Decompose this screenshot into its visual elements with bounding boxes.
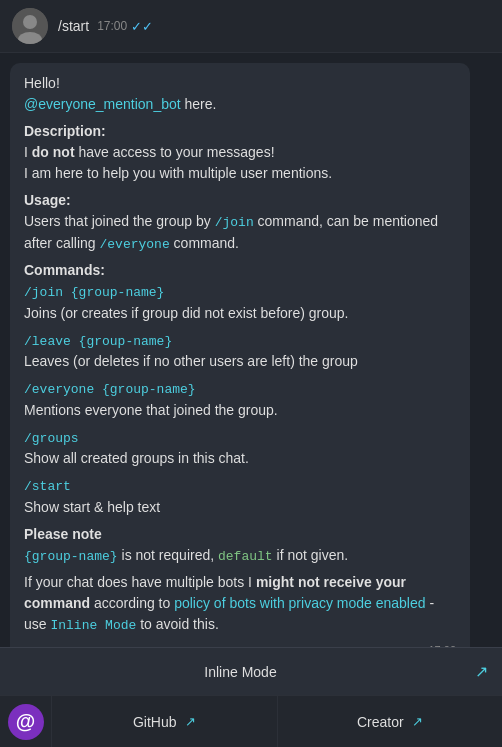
privacy-block: If your chat does have multiple bots I m… <box>24 572 456 636</box>
cmd4-desc: Show all created groups in this chat. <box>24 450 249 466</box>
cmd5-block: /start Show start & help text <box>24 475 456 518</box>
cmd4: /groups <box>24 431 79 446</box>
note-text: {group-name} is not required, default if… <box>24 547 348 563</box>
greeting-block: Hello! @everyone_mention_bot here. <box>24 73 456 115</box>
cmd5: /start <box>24 479 71 494</box>
note-text2: if not given. <box>273 547 349 563</box>
description-block: Description: I do not have access to you… <box>24 121 456 184</box>
header-time: 17:00 <box>97 19 127 33</box>
commands-title: Commands: <box>24 262 105 278</box>
note-block: Please note {group-name} is not required… <box>24 524 456 567</box>
double-check-icon: ✓✓ <box>131 19 153 34</box>
usage-text3: command. <box>170 235 239 251</box>
cmd5-desc: Show start & help text <box>24 499 160 515</box>
usage-text: Users that joined the group by /join com… <box>24 213 438 251</box>
mention-suffix: here. <box>181 96 217 112</box>
at-icon: @ <box>8 704 44 740</box>
github-arrow-icon: ↗ <box>185 714 196 729</box>
description-title: Description: <box>24 123 106 139</box>
cmd3-block: /everyone {group-name} Mentions everyone… <box>24 378 456 421</box>
desc-line1: I do not have access to your messages! <box>24 144 275 160</box>
note-code1: {group-name} <box>24 549 118 564</box>
note-title: Please note <box>24 526 102 542</box>
message-timestamp: 17:00 <box>24 642 456 648</box>
cmd4-block: /groups Show all created groups in this … <box>24 427 456 470</box>
cmd1-desc: Joins (or creates if group did not exist… <box>24 305 349 321</box>
desc-suffix: have access to your messages! <box>75 144 275 160</box>
cmd2-desc: Leaves (or deletes if no other users are… <box>24 353 358 369</box>
usage-code1: /join <box>215 215 254 230</box>
avatar <box>12 8 48 44</box>
privacy-code: Inline Mode <box>50 618 136 633</box>
chat-area: Hello! @everyone_mention_bot here. Descr… <box>0 53 502 647</box>
bottom-nav: @ GitHub ↗ Creator ↗ <box>0 695 502 747</box>
at-button[interactable]: @ <box>0 696 52 747</box>
usage-title: Usage: <box>24 192 71 208</box>
github-link[interactable]: GitHub ↗ <box>52 696 278 747</box>
cmd3: /everyone {group-name} <box>24 382 196 397</box>
header-command: /start <box>58 18 89 34</box>
desc-prefix: I <box>24 144 32 160</box>
privacy-text2: according to <box>90 595 174 611</box>
privacy-link: policy of bots with privacy mode enabled <box>174 595 425 611</box>
bottom-nav-links: GitHub ↗ Creator ↗ <box>52 696 502 747</box>
privacy-text1: If your chat does have multiple bots I <box>24 574 256 590</box>
inline-mode-arrow-icon: ↗ <box>475 662 488 681</box>
cmd2-block: /leave {group-name} Leaves (or deletes i… <box>24 330 456 373</box>
privacy-text4: to avoid this. <box>136 616 219 632</box>
usage-text1: Users that joined the group by <box>24 213 215 229</box>
inline-mode-bar[interactable]: Inline Mode ↗ <box>0 647 502 695</box>
message-bubble: Hello! @everyone_mention_bot here. Descr… <box>10 63 470 647</box>
greeting-text: Hello! <box>24 75 60 91</box>
cmd1: /join {group-name} <box>24 285 164 300</box>
creator-label: Creator <box>357 714 404 730</box>
desc-bold: do not <box>32 144 75 160</box>
chat-header: /start 17:00 ✓✓ <box>0 0 502 53</box>
creator-link[interactable]: Creator ↗ <box>278 696 503 747</box>
cmd3-desc: Mentions everyone that joined the group. <box>24 402 278 418</box>
desc-line2: I am here to help you with multiple user… <box>24 165 332 181</box>
github-label: GitHub <box>133 714 177 730</box>
note-code2: default <box>218 549 273 564</box>
cmd2: /leave {group-name} <box>24 334 172 349</box>
privacy-text: If your chat does have multiple bots I m… <box>24 574 434 632</box>
creator-arrow-icon: ↗ <box>412 714 423 729</box>
inline-mode-label: Inline Mode <box>14 664 467 680</box>
usage-code2: /everyone <box>99 237 169 252</box>
mention-link: @everyone_mention_bot <box>24 96 181 112</box>
commands-block: Commands: /join {group-name} Joins (or c… <box>24 260 456 324</box>
svg-point-1 <box>23 15 37 29</box>
usage-block: Usage: Users that joined the group by /j… <box>24 190 456 254</box>
note-text1: is not required, <box>118 547 218 563</box>
